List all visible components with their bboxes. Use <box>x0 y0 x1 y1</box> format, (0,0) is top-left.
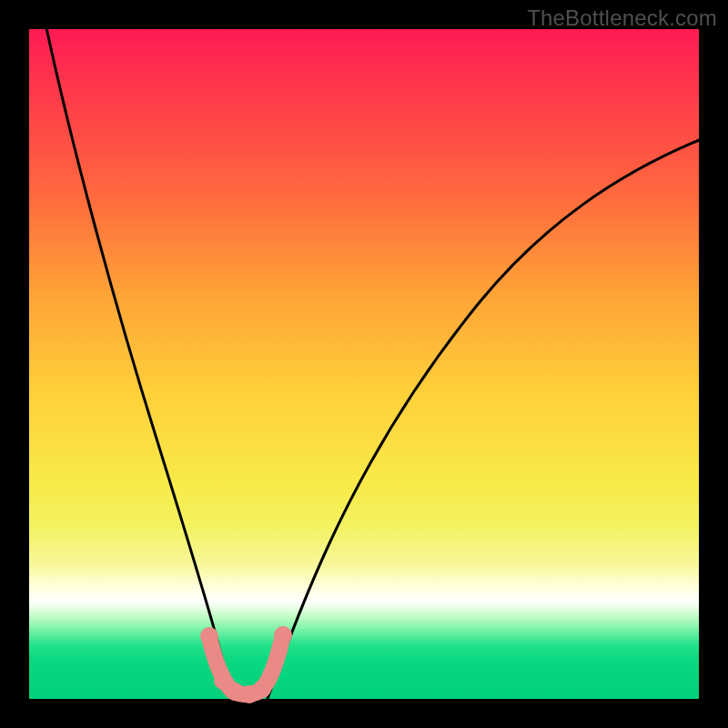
highlight-dot <box>271 642 288 659</box>
right-curve <box>268 140 699 699</box>
chart-frame: TheBottleneck.com <box>0 0 728 728</box>
highlight-dot <box>253 680 271 698</box>
highlight-dot <box>274 626 292 644</box>
chart-overlay <box>29 29 699 699</box>
watermark-text: TheBottleneck.com <box>527 5 717 31</box>
left-curve <box>46 24 233 699</box>
highlight-dot <box>263 665 279 682</box>
highlight-dot <box>205 643 221 660</box>
highlight-dot <box>200 627 218 645</box>
